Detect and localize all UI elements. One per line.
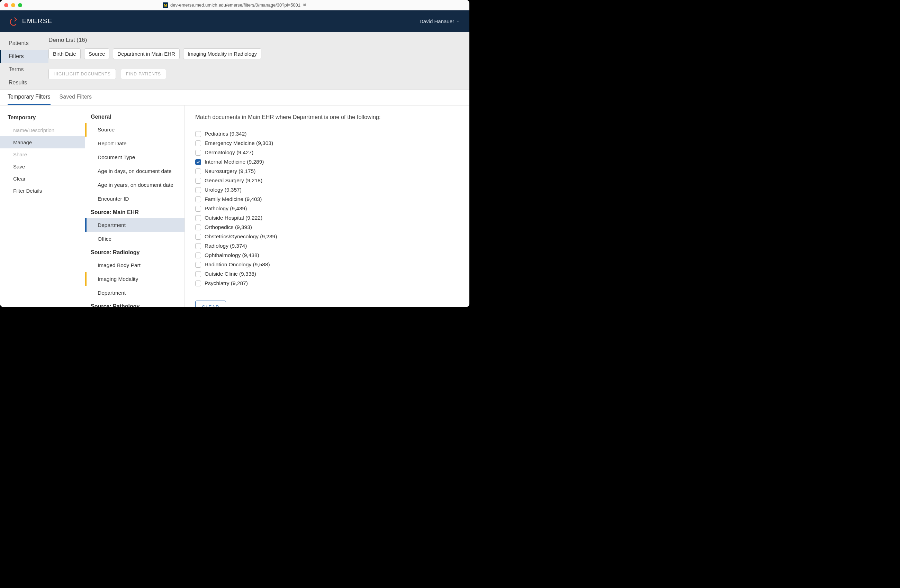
- filter-subtabs: Temporary FiltersSaved Filters: [0, 90, 469, 105]
- checkbox-row[interactable]: Family Medicine (9,403): [195, 196, 459, 202]
- field-item[interactable]: Encounter ID: [85, 192, 185, 206]
- checkbox-row[interactable]: Outside Hospital (9,222): [195, 215, 459, 221]
- field-item[interactable]: Report Date: [85, 137, 185, 150]
- checkbox[interactable]: [195, 224, 201, 231]
- field-item[interactable]: Office: [85, 232, 185, 246]
- checkbox-row[interactable]: Pathology (9,439): [195, 206, 459, 212]
- filter-chip[interactable]: Imaging Modality in Radiology: [183, 48, 261, 59]
- active-filter-chips: Birth DateSourceDepartment in Main EHRIm…: [48, 48, 469, 59]
- checkbox-label: Radiation Oncology (9,588): [205, 262, 270, 268]
- maximize-window-button[interactable]: [18, 3, 22, 7]
- filter-nav-item-share: Share: [0, 149, 85, 161]
- checkbox-row[interactable]: General Surgery (9,218): [195, 178, 459, 184]
- filter-nav-item-name-description: Name/Description: [0, 124, 85, 136]
- field-item[interactable]: Department: [85, 218, 185, 232]
- minimize-window-button[interactable]: [11, 3, 15, 7]
- checkbox-label: Pediatrics (9,342): [205, 131, 247, 137]
- checkbox[interactable]: [195, 187, 201, 193]
- list-title: Demo List (16): [48, 37, 469, 48]
- filter-nav-column: Temporary Name/DescriptionManageShareSav…: [0, 105, 85, 307]
- primary-tab-terms[interactable]: Terms: [0, 63, 48, 76]
- checkbox[interactable]: [195, 150, 201, 156]
- checkbox-row[interactable]: Dermatology (9,427): [195, 149, 459, 156]
- checkbox-label: Internal Medicine (9,289): [205, 159, 264, 165]
- checkbox[interactable]: [195, 159, 201, 165]
- checkbox-row[interactable]: Emergency Medicine (9,303): [195, 140, 459, 146]
- filter-nav-item-clear[interactable]: Clear: [0, 173, 85, 185]
- filter-instruction: Match documents in Main EHR where Depart…: [195, 114, 459, 121]
- checkbox-label: Emergency Medicine (9,303): [205, 140, 273, 146]
- checkbox-row[interactable]: Psychiatry (9,287): [195, 280, 459, 286]
- clear-selection-button[interactable]: CLEAR: [195, 300, 226, 307]
- action-row: HIGHLIGHT DOCUMENTS FIND PATIENTS: [48, 69, 469, 79]
- field-item[interactable]: Imaged Body Part: [85, 258, 185, 272]
- field-item[interactable]: Imaging Modality: [85, 272, 185, 286]
- window-controls: [0, 3, 22, 7]
- checkbox-row[interactable]: Neurosurgery (9,175): [195, 168, 459, 174]
- checkbox-row[interactable]: Radiology (9,374): [195, 243, 459, 249]
- checkbox-row[interactable]: Outside Clinic (9,338): [195, 271, 459, 277]
- subtab-temporary-filters[interactable]: Temporary Filters: [8, 94, 51, 105]
- primary-tab-results[interactable]: Results: [0, 76, 48, 89]
- primary-tab-patients[interactable]: Patients: [0, 37, 48, 50]
- filter-nav-item-filter-details[interactable]: Filter Details: [0, 185, 85, 197]
- page-url: dev-emerse.med.umich.edu/emerse/filters/…: [170, 2, 301, 8]
- checkbox[interactable]: [195, 252, 201, 258]
- field-group-heading: Source: Main EHR: [85, 206, 185, 218]
- checkbox-row[interactable]: Internal Medicine (9,289): [195, 159, 459, 165]
- highlight-documents-button[interactable]: HIGHLIGHT DOCUMENTS: [48, 69, 116, 79]
- checkbox[interactable]: [195, 131, 201, 137]
- filter-chip[interactable]: Source: [84, 48, 110, 59]
- brand[interactable]: EMERSE: [10, 17, 53, 26]
- checkbox-label: Ophthalmology (9,438): [205, 252, 259, 258]
- main-panels: Temporary Name/DescriptionManageShareSav…: [0, 105, 469, 307]
- subtab-saved-filters[interactable]: Saved Filters: [59, 94, 92, 105]
- find-patients-button[interactable]: FIND PATIENTS: [121, 69, 166, 79]
- checkbox-row[interactable]: Orthopedics (9,393): [195, 224, 459, 231]
- checkbox[interactable]: [195, 169, 201, 174]
- field-item[interactable]: Department: [85, 286, 185, 300]
- brand-name: EMERSE: [22, 18, 53, 25]
- checkbox-row[interactable]: Pediatrics (9,342): [195, 131, 459, 137]
- checkbox[interactable]: [195, 141, 201, 146]
- checkbox-row[interactable]: Radiation Oncology (9,588): [195, 262, 459, 268]
- checkbox[interactable]: [195, 206, 201, 212]
- user-display-name: David Hanauer: [419, 19, 454, 24]
- lock-icon: [303, 2, 307, 8]
- field-item[interactable]: Source: [85, 123, 185, 137]
- checkbox[interactable]: [195, 215, 201, 221]
- address-bar: M dev-emerse.med.umich.edu/emerse/filter…: [0, 2, 469, 8]
- checkbox-row[interactable]: Urology (9,357): [195, 187, 459, 193]
- field-group-heading: Source: Radiology: [85, 246, 185, 258]
- field-item[interactable]: Document Type: [85, 150, 185, 164]
- filter-nav-heading: Temporary: [0, 112, 85, 124]
- filter-nav-item-save[interactable]: Save: [0, 161, 85, 173]
- checkbox-label: Outside Clinic (9,338): [205, 271, 256, 277]
- user-menu[interactable]: David Hanauer: [419, 19, 460, 24]
- field-group-heading: Source: Pathology: [85, 300, 185, 307]
- checkbox[interactable]: [195, 234, 201, 240]
- checkbox-label: General Surgery (9,218): [205, 178, 262, 184]
- checkbox[interactable]: [195, 243, 201, 249]
- checkbox[interactable]: [195, 271, 201, 277]
- checkbox-row[interactable]: Ophthalmology (9,438): [195, 252, 459, 258]
- brand-logo-icon: [10, 17, 19, 26]
- close-window-button[interactable]: [4, 3, 8, 7]
- checkbox[interactable]: [195, 197, 201, 202]
- primary-tabs: PatientsFiltersTermsResults: [0, 32, 48, 89]
- field-group-heading: General: [85, 110, 185, 123]
- checkbox[interactable]: [195, 280, 201, 286]
- checkbox[interactable]: [195, 262, 201, 268]
- checkbox-row[interactable]: Obstetrics/Gynecology (9,239): [195, 234, 459, 240]
- checkbox-list: Pediatrics (9,342)Emergency Medicine (9,…: [195, 131, 459, 286]
- filter-nav-item-manage[interactable]: Manage: [0, 136, 85, 149]
- checkbox-label: Psychiatry (9,287): [205, 280, 248, 286]
- field-item[interactable]: Age in years, on document date: [85, 178, 185, 192]
- top-navbar: EMERSE David Hanauer: [0, 10, 469, 32]
- filter-chip[interactable]: Department in Main EHR: [113, 48, 180, 59]
- primary-tab-filters[interactable]: Filters: [0, 50, 48, 63]
- field-item[interactable]: Age in days, on document date: [85, 164, 185, 178]
- filter-values-column: Match documents in Main EHR where Depart…: [185, 105, 469, 307]
- checkbox[interactable]: [195, 178, 201, 184]
- filter-chip[interactable]: Birth Date: [48, 48, 81, 59]
